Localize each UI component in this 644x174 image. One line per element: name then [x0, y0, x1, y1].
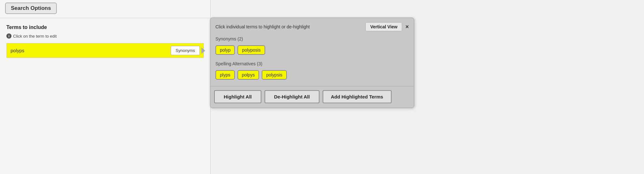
tag-polyposis[interactable]: polyposis: [237, 45, 265, 55]
highlight-all-button[interactable]: Highlight All: [214, 90, 261, 103]
tag-polypsis[interactable]: polypsis: [262, 70, 287, 80]
add-highlighted-terms-button[interactable]: Add Highlighted Terms: [323, 90, 392, 103]
terms-section: Terms to include i Click on the term to …: [0, 18, 210, 64]
spelling-tags-row: plyps polpys polypsis: [210, 69, 414, 84]
synonyms-tags-row: polyp polyposis: [210, 44, 414, 59]
popup-header: Click individual terms to highlight or d…: [210, 18, 414, 34]
term-text: polyps: [11, 48, 171, 53]
close-button[interactable]: ×: [405, 24, 409, 30]
popup-panel: Click individual terms to highlight or d…: [210, 18, 414, 108]
info-icon: i: [6, 33, 11, 39]
tag-plyps[interactable]: plyps: [215, 70, 235, 80]
terms-title: Terms to include: [6, 25, 204, 30]
de-highlight-all-button[interactable]: De-Highlight All: [265, 90, 319, 103]
popup-header-right: Vertical View ×: [365, 22, 409, 31]
spelling-section-label: Spelling Alternatives (3): [210, 59, 414, 69]
tag-polyp[interactable]: polyp: [215, 45, 235, 55]
popup-footer: Highlight All De-Highlight All Add Highl…: [210, 86, 414, 108]
popup-instruction: Click individual terms to highlight or d…: [215, 24, 310, 29]
tag-polpys[interactable]: polpys: [237, 70, 259, 80]
search-options-button[interactable]: Search Options: [5, 3, 57, 14]
synonyms-button[interactable]: Synonyms: [171, 46, 200, 55]
synonyms-section-label: Synonyms (2): [210, 34, 414, 44]
left-panel: Search Options Terms to include i Click …: [0, 0, 211, 174]
vertical-view-button[interactable]: Vertical View: [365, 22, 402, 31]
click-hint: i Click on the term to edit: [6, 33, 204, 39]
term-row[interactable]: polyps Synonyms: [6, 43, 204, 58]
hint-text: Click on the term to edit: [13, 34, 57, 39]
